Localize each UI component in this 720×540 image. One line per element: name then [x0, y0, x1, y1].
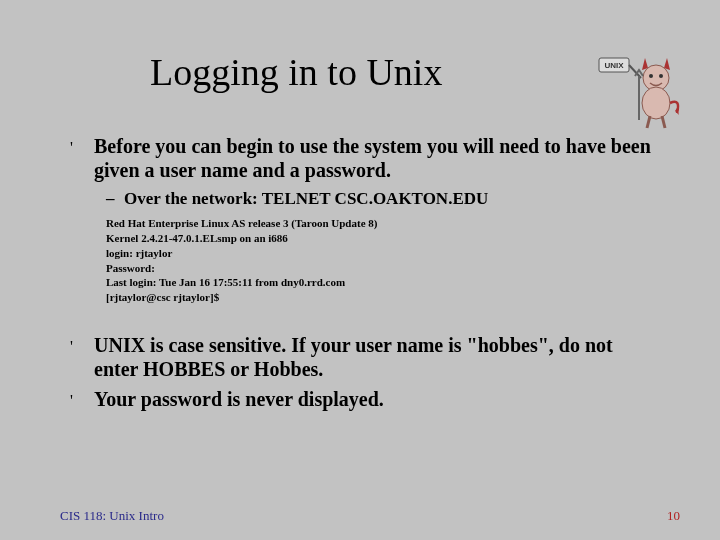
bullet-marker: ' — [70, 387, 94, 413]
bullet-item: ' Before you can begin to use the system… — [70, 134, 660, 182]
sub-bullet-item: – Over the network: TELNET CSC.OAKTON.ED… — [106, 188, 660, 210]
footer-page-number: 10 — [667, 508, 680, 524]
terminal-output: Red Hat Enterprise Linux AS release 3 (T… — [106, 216, 660, 305]
sub-bullet-marker: – — [106, 188, 124, 210]
svg-line-7 — [647, 116, 650, 128]
bullet-marker: ' — [70, 134, 94, 160]
bullet-text: Before you can begin to use the system y… — [94, 134, 660, 182]
bsd-daemon-mascot: UNIX — [595, 48, 685, 133]
slide-footer: CIS 118: Unix Intro 10 — [60, 508, 680, 524]
slide-title: Logging in to Unix — [150, 50, 660, 94]
bullet-text: UNIX is case sensitive. If your user nam… — [94, 333, 660, 381]
svg-point-5 — [642, 87, 670, 119]
bullet-item: ' UNIX is case sensitive. If your user n… — [70, 333, 660, 381]
bullet-group: ' UNIX is case sensitive. If your user n… — [70, 333, 660, 413]
bullet-text: Your password is never displayed. — [94, 387, 384, 411]
sub-bullet-text: Over the network: TELNET CSC.OAKTON.EDU — [124, 188, 488, 209]
terminal-line: Kernel 2.4.21-47.0.1.ELsmp on an i686 — [106, 231, 660, 246]
terminal-line: [rjtaylor@csc rjtaylor]$ — [106, 290, 660, 305]
footer-course: CIS 118: Unix Intro — [60, 508, 164, 524]
terminal-line: Password: — [106, 261, 660, 276]
flag-label: UNIX — [604, 61, 624, 70]
bullet-item: ' Your password is never displayed. — [70, 387, 660, 413]
slide-content: ' Before you can begin to use the system… — [60, 134, 660, 413]
svg-point-3 — [649, 74, 653, 78]
terminal-line: login: rjtaylor — [106, 246, 660, 261]
slide: UNIX Logging in to Unix ' B — [0, 0, 720, 540]
svg-point-4 — [659, 74, 663, 78]
daemon-icon: UNIX — [595, 48, 685, 133]
terminal-line: Last login: Tue Jan 16 17:55:11 from dny… — [106, 275, 660, 290]
svg-line-8 — [662, 116, 665, 128]
bullet-marker: ' — [70, 333, 94, 359]
terminal-line: Red Hat Enterprise Linux AS release 3 (T… — [106, 216, 660, 231]
